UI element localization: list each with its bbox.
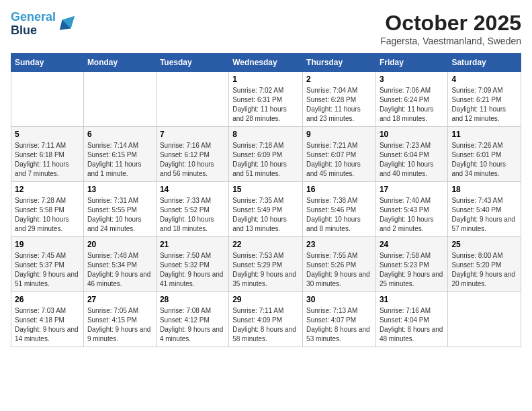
day-number: 9	[306, 130, 372, 139]
day-number: 18	[451, 185, 517, 194]
day-cell	[156, 72, 228, 127]
day-number: 4	[451, 75, 517, 84]
day-number: 25	[451, 240, 517, 249]
calendar-subtitle: Fagersta, Vaestmanland, Sweden	[380, 36, 521, 46]
day-info: Sunrise: 7:28 AM Sunset: 5:58 PM Dayligh…	[15, 196, 80, 234]
day-info: Sunrise: 7:58 AM Sunset: 5:23 PM Dayligh…	[380, 251, 444, 289]
day-number: 28	[160, 295, 225, 304]
day-info: Sunrise: 7:50 AM Sunset: 5:32 PM Dayligh…	[160, 251, 225, 289]
day-cell: 22Sunrise: 7:53 AM Sunset: 5:29 PM Dayli…	[229, 237, 303, 292]
day-number: 12	[15, 185, 80, 194]
day-cell: 27Sunrise: 7:05 AM Sunset: 4:15 PM Dayli…	[83, 292, 156, 347]
day-cell: 1Sunrise: 7:02 AM Sunset: 6:31 PM Daylig…	[229, 72, 303, 127]
day-info: Sunrise: 7:02 AM Sunset: 6:31 PM Dayligh…	[232, 86, 299, 124]
day-number: 14	[160, 185, 225, 194]
day-info: Sunrise: 7:48 AM Sunset: 5:34 PM Dayligh…	[87, 251, 152, 289]
day-info: Sunrise: 7:40 AM Sunset: 5:43 PM Dayligh…	[380, 196, 444, 234]
day-cell: 31Sunrise: 7:16 AM Sunset: 4:04 PM Dayli…	[375, 292, 447, 347]
day-info: Sunrise: 7:04 AM Sunset: 6:28 PM Dayligh…	[306, 86, 372, 124]
day-number: 19	[15, 240, 80, 249]
column-header-friday: Friday	[375, 54, 447, 72]
day-cell: 25Sunrise: 8:00 AM Sunset: 5:20 PM Dayli…	[448, 237, 521, 292]
day-cell: 20Sunrise: 7:48 AM Sunset: 5:34 PM Dayli…	[83, 237, 156, 292]
day-cell: 6Sunrise: 7:14 AM Sunset: 6:15 PM Daylig…	[83, 127, 156, 182]
day-number: 17	[380, 185, 444, 194]
day-info: Sunrise: 7:16 AM Sunset: 6:12 PM Dayligh…	[160, 141, 225, 179]
day-info: Sunrise: 7:45 AM Sunset: 5:37 PM Dayligh…	[15, 251, 80, 289]
day-info: Sunrise: 7:53 AM Sunset: 5:29 PM Dayligh…	[232, 251, 299, 289]
day-info: Sunrise: 7:43 AM Sunset: 5:40 PM Dayligh…	[451, 196, 517, 234]
day-number: 7	[160, 130, 225, 139]
day-number: 6	[87, 130, 152, 139]
day-cell: 17Sunrise: 7:40 AM Sunset: 5:43 PM Dayli…	[375, 182, 447, 237]
day-info: Sunrise: 7:13 AM Sunset: 4:07 PM Dayligh…	[306, 306, 372, 344]
day-info: Sunrise: 7:31 AM Sunset: 5:55 PM Dayligh…	[87, 196, 152, 234]
day-cell: 12Sunrise: 7:28 AM Sunset: 5:58 PM Dayli…	[11, 182, 84, 237]
day-number: 1	[232, 75, 299, 84]
day-info: Sunrise: 7:06 AM Sunset: 6:24 PM Dayligh…	[380, 86, 444, 124]
day-number: 29	[232, 295, 299, 304]
day-number: 8	[232, 130, 299, 139]
day-info: Sunrise: 7:38 AM Sunset: 5:46 PM Dayligh…	[306, 196, 372, 234]
week-row-2: 5Sunrise: 7:11 AM Sunset: 6:18 PM Daylig…	[11, 127, 521, 182]
day-info: Sunrise: 7:33 AM Sunset: 5:52 PM Dayligh…	[160, 196, 225, 234]
header-row: SundayMondayTuesdayWednesdayThursdayFrid…	[11, 54, 521, 72]
day-info: Sunrise: 7:35 AM Sunset: 5:49 PM Dayligh…	[232, 196, 299, 234]
column-header-monday: Monday	[83, 54, 156, 72]
week-row-4: 19Sunrise: 7:45 AM Sunset: 5:37 PM Dayli…	[11, 237, 521, 292]
day-info: Sunrise: 7:09 AM Sunset: 6:21 PM Dayligh…	[451, 86, 517, 124]
day-cell: 18Sunrise: 7:43 AM Sunset: 5:40 PM Dayli…	[448, 182, 521, 237]
day-number: 5	[15, 130, 80, 139]
day-cell: 11Sunrise: 7:26 AM Sunset: 6:01 PM Dayli…	[448, 127, 521, 182]
logo-icon	[57, 15, 76, 34]
calendar-table: SundayMondayTuesdayWednesdayThursdayFrid…	[11, 53, 521, 347]
day-cell: 29Sunrise: 7:11 AM Sunset: 4:09 PM Dayli…	[229, 292, 303, 347]
day-cell: 16Sunrise: 7:38 AM Sunset: 5:46 PM Dayli…	[303, 182, 376, 237]
day-number: 27	[87, 295, 152, 304]
day-info: Sunrise: 7:11 AM Sunset: 4:09 PM Dayligh…	[232, 306, 299, 344]
day-cell: 5Sunrise: 7:11 AM Sunset: 6:18 PM Daylig…	[11, 127, 84, 182]
day-info: Sunrise: 7:55 AM Sunset: 5:26 PM Dayligh…	[306, 251, 372, 289]
logo-text: GeneralBlue	[11, 11, 56, 38]
day-cell: 14Sunrise: 7:33 AM Sunset: 5:52 PM Dayli…	[156, 182, 228, 237]
column-header-thursday: Thursday	[303, 54, 376, 72]
day-cell: 2Sunrise: 7:04 AM Sunset: 6:28 PM Daylig…	[303, 72, 376, 127]
day-number: 31	[380, 295, 444, 304]
day-info: Sunrise: 7:21 AM Sunset: 6:07 PM Dayligh…	[306, 141, 372, 179]
day-info: Sunrise: 7:18 AM Sunset: 6:09 PM Dayligh…	[232, 141, 299, 179]
day-info: Sunrise: 7:14 AM Sunset: 6:15 PM Dayligh…	[87, 141, 152, 179]
day-number: 15	[232, 185, 299, 194]
day-number: 23	[306, 240, 372, 249]
day-number: 10	[380, 130, 444, 139]
day-info: Sunrise: 7:23 AM Sunset: 6:04 PM Dayligh…	[380, 141, 444, 179]
day-cell: 30Sunrise: 7:13 AM Sunset: 4:07 PM Dayli…	[303, 292, 376, 347]
day-info: Sunrise: 7:26 AM Sunset: 6:01 PM Dayligh…	[451, 141, 517, 179]
day-number: 21	[160, 240, 225, 249]
day-cell: 19Sunrise: 7:45 AM Sunset: 5:37 PM Dayli…	[11, 237, 84, 292]
week-row-3: 12Sunrise: 7:28 AM Sunset: 5:58 PM Dayli…	[11, 182, 521, 237]
day-cell: 9Sunrise: 7:21 AM Sunset: 6:07 PM Daylig…	[303, 127, 376, 182]
day-cell: 21Sunrise: 7:50 AM Sunset: 5:32 PM Dayli…	[156, 237, 228, 292]
day-cell	[11, 72, 84, 127]
day-cell: 26Sunrise: 7:03 AM Sunset: 4:18 PM Dayli…	[11, 292, 84, 347]
day-cell	[83, 72, 156, 127]
day-cell: 28Sunrise: 7:08 AM Sunset: 4:12 PM Dayli…	[156, 292, 228, 347]
day-number: 2	[306, 75, 372, 84]
day-number: 13	[87, 185, 152, 194]
column-header-wednesday: Wednesday	[229, 54, 303, 72]
logo: GeneralBlue	[11, 11, 76, 38]
day-cell	[448, 292, 521, 347]
week-row-5: 26Sunrise: 7:03 AM Sunset: 4:18 PM Dayli…	[11, 292, 521, 347]
day-info: Sunrise: 7:11 AM Sunset: 6:18 PM Dayligh…	[15, 141, 80, 179]
day-number: 26	[15, 295, 80, 304]
day-cell: 3Sunrise: 7:06 AM Sunset: 6:24 PM Daylig…	[375, 72, 447, 127]
day-info: Sunrise: 8:00 AM Sunset: 5:20 PM Dayligh…	[451, 251, 517, 289]
column-header-tuesday: Tuesday	[156, 54, 228, 72]
day-number: 24	[380, 240, 444, 249]
day-number: 22	[232, 240, 299, 249]
day-info: Sunrise: 7:05 AM Sunset: 4:15 PM Dayligh…	[87, 306, 152, 344]
day-cell: 7Sunrise: 7:16 AM Sunset: 6:12 PM Daylig…	[156, 127, 228, 182]
day-cell: 4Sunrise: 7:09 AM Sunset: 6:21 PM Daylig…	[448, 72, 521, 127]
day-info: Sunrise: 7:03 AM Sunset: 4:18 PM Dayligh…	[15, 306, 80, 344]
page-header: GeneralBlue October 2025 Fagersta, Vaest…	[11, 11, 521, 46]
